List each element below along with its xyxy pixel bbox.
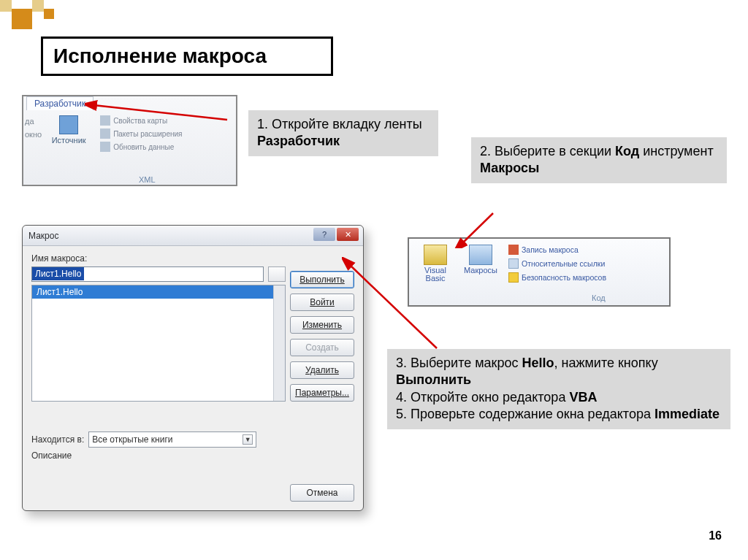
location-combobox[interactable]: Все открытые книги ▼ [88,431,256,448]
ribbon-mini-label: Безопасность макросов [522,273,606,282]
ribbon-expansion-packs[interactable]: Пакеты расширения [100,129,182,139]
macro-dialog: Макрос ? ✕ Имя макроса: Лист1.Hello Лист… [22,225,364,511]
close-icon: ✕ [345,230,351,239]
callout-bold: Выполнить [396,372,471,387]
ribbon-mini-label: Пакеты расширения [113,130,182,138]
slide-title: Исполнение макроса [53,45,321,68]
edit-button[interactable]: Изменить [290,316,354,334]
ribbon-code-group: Visual Basic Макросы Запись макроса Отно… [408,237,671,307]
button-label: Выполнить [299,275,345,285]
ribbon-group-label: XML [139,175,156,184]
security-icon [508,272,519,283]
visual-basic-button[interactable]: Visual Basic [415,245,456,283]
parameters-button[interactable]: Параметры... [290,384,354,402]
slide-title-box: Исполнение макроса [41,37,333,76]
callout-bold: VBA [569,390,597,404]
packs-icon [100,129,110,139]
ribbon-cut-text: окно [25,129,42,142]
button-label: Войти [310,297,335,307]
ribbon-mini-label: Обновить данные [113,143,174,151]
create-button: Создать [290,339,354,356]
ribbon-button-label: Visual Basic [415,266,456,283]
run-button[interactable]: Выполнить [290,271,354,288]
ribbon-mini-label: Относительные ссылки [522,259,605,268]
delete-button[interactable]: Удалить [290,361,354,379]
help-icon: ? [322,230,327,239]
ribbon-mini-label: Свойства карты [113,117,167,125]
location-label: Находится в: [31,434,84,445]
relative-refs-button[interactable]: Относительные ссылки [508,258,606,269]
macro-security-button[interactable]: Безопасность макросов [508,272,606,283]
dialog-close-button[interactable]: ✕ [337,228,359,241]
combo-value: Все открытые книги [92,434,172,445]
macro-list-item[interactable]: Лист1.Hello [32,285,285,299]
dialog-help-button[interactable]: ? [313,228,335,241]
callout-text: 4. Откройте окно редактора [396,390,569,404]
chevron-down-icon: ▼ [243,434,253,445]
ribbon-xml-row: да окно Источник Свойства карты Пакеты р… [25,115,183,152]
button-label: Отмена [306,488,337,498]
macro-name-input[interactable]: Лист1.Hello [31,266,264,282]
properties-icon [100,115,110,126]
listbox-scrollbar[interactable] [273,285,285,401]
button-label: Удалить [305,365,339,375]
xml-source-icon [59,115,78,134]
dialog-title: Макрос [28,231,58,241]
ribbon-source-label: Источник [52,136,86,145]
callout-step-2: 2. Выберите в секции Код инструмент Макр… [471,137,727,183]
callout-text: , нажмите кнопку [554,356,658,370]
button-label: Создать [305,342,339,353]
ribbon-tab-developer[interactable]: Разработчик [26,96,94,110]
relative-refs-icon [508,258,519,269]
callout-text: 3. Выберите макрос [396,356,522,370]
macros-button[interactable]: Макросы [460,245,501,275]
cancel-button[interactable]: Отмена [290,484,354,502]
macro-listbox[interactable]: Лист1.Hello [31,285,286,402]
button-label: Изменить [302,320,342,330]
callout-bold: Immediate [654,407,720,421]
ribbon-map-properties[interactable]: Свойства карты [100,115,182,126]
visual-basic-icon [424,245,447,265]
callout-bold: Код [615,144,639,158]
dialog-titlebar[interactable]: Макрос ? ✕ [23,226,363,246]
macro-name-value: Лист1.Hello [32,267,84,280]
ribbon-source-button[interactable]: Источник [47,115,90,145]
callout-bold: Hello [522,356,554,370]
callout-bold: Разработчик [257,134,340,148]
ribbon-cut-text: да [25,115,42,129]
refresh-icon [100,142,110,152]
macro-locate-button[interactable] [268,266,286,282]
callout-steps-3-5: 3. Выберите макрос Hello, нажмите кнопку… [387,349,730,429]
callout-text: 2. Выберите в секции [480,144,615,158]
ribbon-refresh-data[interactable]: Обновить данные [100,142,182,152]
description-label: Описание [31,450,72,461]
callout-text: 5. Проверьте содержание окна редактора [396,407,654,421]
button-label: Параметры... [295,388,349,398]
callout-bold: Макросы [480,161,539,175]
macros-icon [469,245,492,265]
macro-name-label: Имя макроса: [31,253,354,264]
record-icon [508,245,519,255]
step-into-button[interactable]: Войти [290,294,354,311]
callout-text: инструмент [639,144,713,158]
code-group-label: Код [592,294,606,302]
callout-text: 1. Откройте вкладку ленты [257,117,422,131]
ribbon-xml-mini: Свойства карты Пакеты расширения Обновит… [100,115,182,152]
callout-step-1: 1. Откройте вкладку ленты Разработчик [248,110,438,156]
record-macro-button[interactable]: Запись макроса [508,245,606,255]
ribbon-button-label: Макросы [464,266,497,275]
ribbon-mini-label: Запись макроса [522,245,579,254]
page-number: 16 [709,529,722,542]
decorative-squares [0,0,146,29]
